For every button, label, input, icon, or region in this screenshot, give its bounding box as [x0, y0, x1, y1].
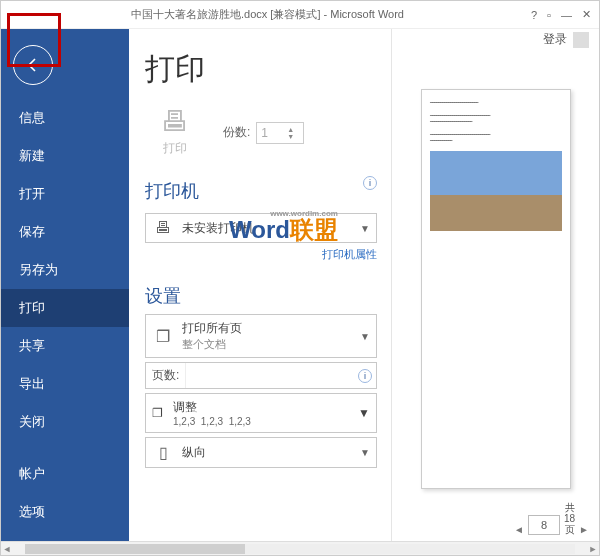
spinner-arrows[interactable]: ▲▼ — [287, 126, 301, 140]
printer-icon: 🖶 — [145, 108, 205, 136]
page-preview: ━━━━━━━━━━━━━━━━━━━━━━━━ ━━━━━━━━━━━━━━━… — [421, 89, 571, 489]
orientation-text: 纵向 — [182, 444, 352, 461]
app-window: 中国十大著名旅游胜地.docx [兼容模式] - Microsoft Word … — [0, 0, 600, 556]
sidebar-separator — [1, 441, 129, 455]
window-controls: ? ▫ — ✕ — [531, 8, 591, 21]
sidebar-item-options[interactable]: 选项 — [1, 493, 129, 531]
scroll-left-icon[interactable]: ◄ — [1, 544, 13, 554]
copies-input[interactable] — [257, 126, 287, 140]
print-button[interactable]: 🖶 打印 — [145, 108, 205, 157]
copies-label: 份数: — [223, 124, 250, 141]
back-arrow-icon — [23, 55, 43, 75]
printer-properties-link[interactable]: 打印机属性 — [145, 247, 377, 262]
info-icon[interactable]: i — [363, 176, 377, 190]
print-action-row: 🖶 打印 份数: ▲▼ — [145, 108, 377, 157]
collate-icon: ❐ — [152, 406, 163, 420]
body: 信息 新建 打开 保存 另存为 打印 共享 导出 关闭 帐户 选项 打印 🖶 打… — [1, 29, 599, 541]
main-area: 打印 🖶 打印 份数: ▲▼ 打印机 — [129, 29, 599, 541]
collate-label: 调整 — [173, 399, 348, 416]
print-scope-dropdown[interactable]: ❐ 打印所有页 整个文档 ▼ — [145, 314, 377, 358]
printer-section-title: 打印机 — [145, 179, 199, 203]
restore-button[interactable]: ▫ — [547, 9, 551, 21]
minimize-button[interactable]: — — [561, 9, 572, 21]
back-button[interactable] — [13, 45, 53, 85]
orientation-dropdown[interactable]: ▯ 纵向 ▼ — [145, 437, 377, 468]
sidebar-item-close[interactable]: 关闭 — [1, 403, 129, 441]
info-icon[interactable]: i — [358, 369, 372, 383]
chevron-down-icon: ▼ — [360, 223, 370, 234]
print-settings-pane: 打印 🖶 打印 份数: ▲▼ 打印机 — [129, 29, 391, 541]
horizontal-scrollbar[interactable]: ◄ ► — [1, 541, 599, 555]
printer-name: 未安装打印机 — [182, 220, 352, 237]
sidebar-item-new[interactable]: 新建 — [1, 137, 129, 175]
chevron-down-icon: ▼ — [360, 331, 370, 342]
backstage-sidebar: 信息 新建 打开 保存 另存为 打印 共享 导出 关闭 帐户 选项 — [1, 29, 129, 541]
scroll-track[interactable] — [25, 544, 575, 554]
page-total: 共 18 页 — [564, 502, 575, 535]
settings-section-title: 设置 — [145, 284, 377, 308]
window-title: 中国十大著名旅游胜地.docx [兼容模式] - Microsoft Word — [131, 7, 531, 22]
close-button[interactable]: ✕ — [582, 8, 591, 21]
pages-row: 页数: i — [145, 362, 377, 389]
print-scope-text: 打印所有页 整个文档 — [182, 320, 352, 352]
print-preview-pane: ━━━━━━━━━━━━━━━━━━━━━━━━ ━━━━━━━━━━━━━━━… — [391, 29, 599, 541]
print-button-label: 打印 — [145, 140, 205, 157]
orientation-icon: ▯ — [152, 443, 174, 462]
scope-title: 打印所有页 — [182, 321, 242, 335]
page-navigator: ◄ 8 共 18 页 ► — [514, 502, 589, 535]
copies-spinner[interactable]: ▲▼ — [256, 122, 304, 144]
help-button[interactable]: ? — [531, 9, 537, 21]
page-title: 打印 — [145, 49, 377, 90]
pages-input[interactable] — [186, 365, 354, 387]
sidebar-item-account[interactable]: 帐户 — [1, 455, 129, 493]
titlebar: 中国十大著名旅游胜地.docx [兼容模式] - Microsoft Word … — [1, 1, 599, 29]
preview-image — [430, 151, 562, 231]
sidebar-item-print[interactable]: 打印 — [1, 289, 129, 327]
scroll-right-icon[interactable]: ► — [587, 544, 599, 554]
sidebar-item-info[interactable]: 信息 — [1, 99, 129, 137]
printer-icon: 🖶 — [152, 219, 174, 237]
printer-dropdown[interactable]: 🖶 未安装打印机 ▼ — [145, 213, 377, 243]
sidebar-item-share[interactable]: 共享 — [1, 327, 129, 365]
chevron-down-icon: ▼ — [360, 447, 370, 458]
copies-group: 份数: ▲▼ — [223, 122, 304, 144]
prev-page-button[interactable]: ◄ — [514, 524, 524, 535]
collate-dropdown[interactable]: ❐ 调整 1,2,3 1,2,3 1,2,3 ▼ — [145, 393, 377, 433]
current-page[interactable]: 8 — [528, 515, 560, 535]
collate-seq: 1,2,3 1,2,3 1,2,3 — [173, 416, 348, 427]
sidebar-item-save[interactable]: 保存 — [1, 213, 129, 251]
sidebar-item-open[interactable]: 打开 — [1, 175, 129, 213]
next-page-button[interactable]: ► — [579, 524, 589, 535]
pages-label: 页数: — [146, 363, 186, 388]
sidebar-item-saveas[interactable]: 另存为 — [1, 251, 129, 289]
document-icon: ❐ — [152, 327, 174, 346]
chevron-down-icon: ▼ — [358, 406, 370, 420]
sidebar-item-export[interactable]: 导出 — [1, 365, 129, 403]
scroll-thumb[interactable] — [25, 544, 245, 554]
scope-sub: 整个文档 — [182, 337, 352, 352]
